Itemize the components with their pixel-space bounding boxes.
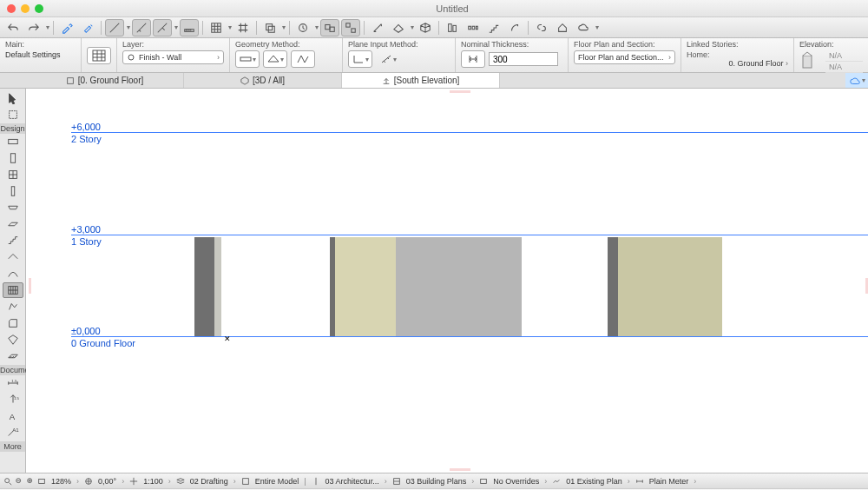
view-options[interactable]: 03 Building Plans — [406, 477, 467, 486]
element-icon[interactable] — [87, 47, 111, 64]
left-handle[interactable] — [29, 278, 31, 294]
wall-tool[interactable] — [3, 134, 23, 149]
measure-button[interactable] — [368, 19, 387, 36]
layers-icon[interactable] — [176, 477, 185, 486]
curtain-wall-tool[interactable] — [3, 282, 23, 298]
angle-value[interactable]: 0,00° — [98, 477, 116, 486]
grid-snap-button[interactable] — [233, 19, 253, 36]
column-tool[interactable] — [3, 183, 23, 199]
chevron-right-icon[interactable]: › — [168, 477, 171, 486]
shell-tool[interactable] — [3, 266, 23, 281]
chevron-right-icon[interactable]: › — [76, 477, 79, 486]
chevron-right-icon[interactable]: › — [122, 477, 124, 486]
view-options-icon[interactable] — [392, 477, 401, 486]
window-tool[interactable] — [3, 167, 23, 182]
guide-line-button[interactable] — [105, 19, 124, 36]
scale-value[interactable]: 1:100 — [143, 477, 163, 486]
beam-tool[interactable] — [3, 200, 23, 215]
mesh-tool[interactable] — [3, 348, 23, 364]
chevron-right-icon[interactable]: › — [694, 477, 696, 486]
dropdown-icon[interactable]: ▾ — [595, 23, 599, 31]
renovation-filter[interactable]: 01 Existing Plan — [566, 477, 622, 486]
eyedropper-button[interactable] — [57, 19, 76, 36]
view-3d-button[interactable] — [416, 19, 435, 36]
cloud-button[interactable] — [574, 19, 593, 36]
maximize-window-button[interactable] — [35, 4, 43, 13]
pan-icon[interactable] — [129, 477, 138, 486]
trace-button[interactable] — [260, 19, 279, 36]
undo-button[interactable] — [3, 19, 23, 36]
tab-ground-floor[interactable]: [0. Ground Floor] — [26, 73, 184, 88]
plane-slanted-button[interactable]: ▾ — [376, 50, 400, 68]
dropdown-icon[interactable]: ▾ — [315, 23, 319, 31]
arrow-tool[interactable] — [3, 90, 23, 106]
top-handle[interactable] — [450, 90, 470, 93]
minimize-window-button[interactable] — [21, 4, 30, 13]
chevron-right-icon[interactable]: › — [385, 477, 387, 486]
group-button[interactable] — [320, 19, 339, 36]
dropdown-icon[interactable]: ▾ — [46, 23, 49, 31]
reno-icon[interactable] — [552, 477, 561, 486]
chevron-right-icon[interactable]: › — [628, 477, 630, 486]
layer-combo[interactable]: 02 Drafting — [190, 477, 228, 486]
distribute-button[interactable] — [464, 19, 483, 36]
dropdown-icon[interactable]: ▾ — [282, 23, 286, 31]
override-icon[interactable] — [479, 477, 488, 486]
partial-display[interactable]: Entire Model — [255, 477, 299, 486]
home-button[interactable] — [553, 19, 572, 36]
floorplan-dropdown[interactable]: Floor Plan and Section... › — [574, 50, 675, 64]
drawing-canvas[interactable]: +6,000 2 Story +3,000 1 Story ±0,000 0 G… — [26, 89, 868, 473]
tab-3d[interactable]: [3D / All] — [184, 73, 342, 88]
slab-tool[interactable] — [3, 216, 23, 232]
ruler-button[interactable] — [180, 19, 199, 36]
geom-chain-button[interactable] — [291, 50, 315, 68]
dropdown-icon[interactable]: ▾ — [228, 23, 232, 31]
chevron-right-icon[interactable]: › — [233, 477, 236, 486]
object-tool[interactable] — [3, 315, 23, 331]
cloud-tab-button[interactable]: ▾ — [845, 73, 868, 88]
home-story-dropdown[interactable]: 0. Ground Floor › — [687, 59, 788, 68]
door-tool[interactable] — [3, 150, 23, 166]
close-window-button[interactable] — [7, 4, 16, 13]
chevron-right-icon[interactable]: › — [544, 477, 547, 486]
zoom-value[interactable]: 128% — [51, 477, 71, 486]
level-dim-tool[interactable]: 1.5 — [3, 392, 23, 407]
modify-button[interactable] — [505, 19, 524, 36]
zoom-icons[interactable] — [3, 477, 46, 486]
edit-plane-button[interactable] — [389, 19, 408, 36]
plane-vertical-button[interactable]: ▾ — [348, 50, 372, 68]
model-icon[interactable] — [241, 477, 250, 486]
chevron-right-icon[interactable]: › — [471, 477, 474, 486]
snap-point-button[interactable] — [153, 19, 172, 36]
geom-curved-button[interactable]: ▾ — [263, 50, 287, 68]
zone-tool[interactable] — [3, 332, 23, 348]
pen-set[interactable]: 03 Architectur... — [326, 477, 379, 486]
text-tool[interactable]: A — [3, 408, 23, 424]
thickness-input[interactable] — [489, 52, 558, 66]
ungroup-button[interactable] — [341, 19, 360, 36]
suspend-button[interactable] — [293, 19, 312, 36]
dropdown-icon[interactable]: ▾ — [127, 23, 130, 31]
layer-dropdown[interactable]: Finish - Wall › — [122, 50, 224, 64]
pen-icon[interactable] — [312, 477, 320, 486]
snap-guide-button[interactable] — [132, 19, 151, 36]
dropdown-icon[interactable]: ▾ — [174, 23, 178, 31]
dim-icon[interactable] — [635, 477, 644, 486]
stairs-button[interactable] — [484, 19, 503, 36]
default-settings-button[interactable]: Default Settings — [5, 50, 76, 59]
stair-tool[interactable] — [3, 233, 23, 248]
align-button[interactable] — [443, 19, 462, 36]
grid-button[interactable] — [207, 19, 226, 36]
syringe-button[interactable] — [78, 19, 97, 36]
marquee-tool[interactable] — [3, 107, 23, 122]
elevation-icon[interactable] — [799, 50, 822, 73]
dropdown-icon[interactable]: ▾ — [411, 23, 414, 31]
graphic-override[interactable]: No Overrides — [493, 477, 539, 486]
dimensions[interactable]: Plain Meter — [649, 477, 689, 486]
roof-tool[interactable] — [3, 249, 23, 265]
orbit-icon[interactable] — [84, 477, 93, 486]
dimension-tool[interactable]: 1.5 — [3, 375, 23, 391]
label-tool[interactable]: A1 — [3, 425, 23, 440]
tab-south-elevation[interactable]: [South Elevation] — [342, 73, 500, 88]
redo-button[interactable] — [24, 19, 43, 36]
